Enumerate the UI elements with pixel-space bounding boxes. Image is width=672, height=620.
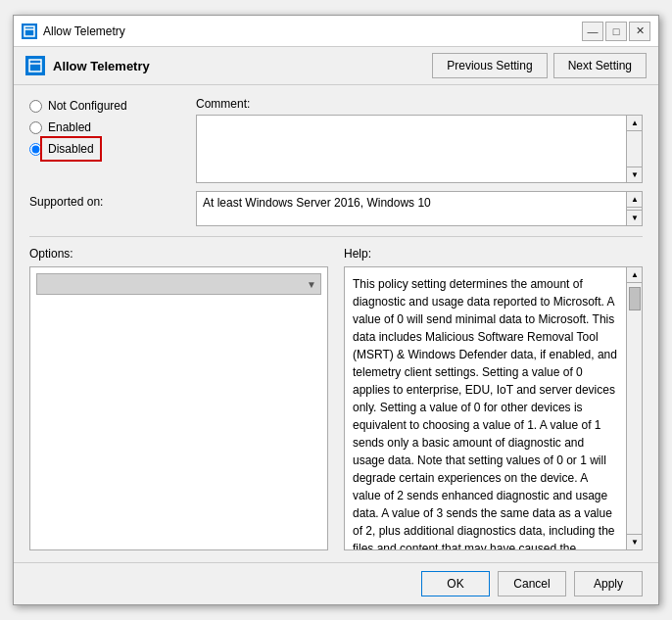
- footer: OK Cancel Apply: [14, 562, 658, 604]
- help-text: This policy setting determines the amoun…: [353, 275, 618, 549]
- supported-box: At least Windows Server 2016, Windows 10…: [196, 191, 643, 226]
- maximize-button[interactable]: □: [605, 22, 627, 41]
- minimize-button[interactable]: —: [582, 22, 603, 41]
- radio-disabled-input[interactable]: [29, 143, 42, 156]
- options-box: ▼: [29, 266, 328, 550]
- options-help: Options: ▼ Help: This policy setting det…: [29, 247, 643, 550]
- comment-textarea[interactable]: [197, 116, 626, 182]
- comment-scroll-up[interactable]: ▲: [627, 116, 643, 131]
- close-button[interactable]: ✕: [629, 22, 650, 41]
- help-scroll-thumb[interactable]: [629, 287, 641, 310]
- radio-disabled[interactable]: Disabled: [29, 142, 196, 156]
- options-label: Options:: [29, 247, 328, 261]
- help-scroll-up[interactable]: ▲: [627, 267, 643, 283]
- help-paragraph-1: This policy setting determines the amoun…: [353, 275, 618, 549]
- comment-scroll-down[interactable]: ▼: [627, 167, 643, 182]
- svg-rect-0: [24, 26, 34, 36]
- top-section: Not Configured Enabled Disabled Comment:: [29, 97, 643, 183]
- supported-scroll-down[interactable]: ▼: [627, 210, 643, 225]
- title-controls: — □ ✕: [582, 22, 650, 41]
- radio-not-configured-label: Not Configured: [48, 99, 127, 113]
- title-bar-left: Allow Telemetry: [22, 24, 125, 39]
- radio-not-configured-input[interactable]: [29, 100, 42, 113]
- section-divider: [29, 236, 643, 237]
- main-content: Not Configured Enabled Disabled Comment:: [14, 85, 658, 562]
- header-icon: [25, 56, 45, 75]
- previous-setting-button[interactable]: Previous Setting: [432, 53, 547, 78]
- help-section: Help: This policy setting determines the…: [344, 247, 643, 550]
- options-dropdown[interactable]: ▼: [36, 273, 321, 295]
- next-setting-button[interactable]: Next Setting: [553, 53, 647, 78]
- ok-button[interactable]: OK: [421, 571, 490, 596]
- comment-scrollbar: ▲ ▼: [626, 116, 642, 182]
- title-bar-text: Allow Telemetry: [43, 24, 125, 38]
- supported-scrollbar: ▲ ▼: [626, 192, 642, 225]
- help-label: Help:: [344, 247, 643, 261]
- radio-disabled-label: Disabled: [48, 142, 94, 156]
- help-box-wrapper: This policy setting determines the amoun…: [344, 266, 643, 550]
- radio-enabled-label: Enabled: [48, 120, 91, 134]
- supported-value: At least Windows Server 2016, Windows 10: [203, 196, 431, 210]
- help-text-area: This policy setting determines the amoun…: [345, 267, 626, 549]
- cancel-button[interactable]: Cancel: [498, 571, 566, 596]
- help-scroll-thumb-area: [627, 283, 642, 534]
- header-buttons: Previous Setting Next Setting: [432, 53, 647, 78]
- help-scroll-down[interactable]: ▼: [627, 534, 643, 549]
- apply-button[interactable]: Apply: [574, 571, 643, 596]
- dialog-window: Allow Telemetry — □ ✕ Allow Telemetry Pr…: [13, 15, 659, 605]
- radio-not-configured[interactable]: Not Configured: [29, 99, 196, 113]
- header-title: Allow Telemetry: [25, 56, 150, 75]
- supported-row: Supported on: At least Windows Server 20…: [29, 191, 643, 226]
- radio-disabled-selected-label: Disabled: [44, 140, 98, 158]
- title-icon: [22, 24, 37, 39]
- help-scrollbar: ▲ ▼: [626, 267, 642, 549]
- supported-label: Supported on:: [29, 191, 196, 209]
- comment-label: Comment:: [196, 97, 643, 111]
- supported-scroll-up[interactable]: ▲: [627, 192, 643, 208]
- comment-section: Comment: ▲ ▼: [196, 97, 643, 183]
- radio-enabled[interactable]: Enabled: [29, 120, 196, 134]
- header-title-text: Allow Telemetry: [53, 59, 150, 73]
- options-section: Options: ▼: [29, 247, 328, 550]
- comment-box-wrapper: ▲ ▼: [196, 115, 643, 183]
- dropdown-arrow-icon: ▼: [307, 279, 316, 290]
- header-bar: Allow Telemetry Previous Setting Next Se…: [14, 47, 658, 85]
- radio-group: Not Configured Enabled Disabled: [29, 97, 196, 183]
- radio-enabled-input[interactable]: [29, 121, 42, 134]
- svg-rect-2: [29, 60, 41, 72]
- title-bar: Allow Telemetry — □ ✕: [14, 16, 658, 47]
